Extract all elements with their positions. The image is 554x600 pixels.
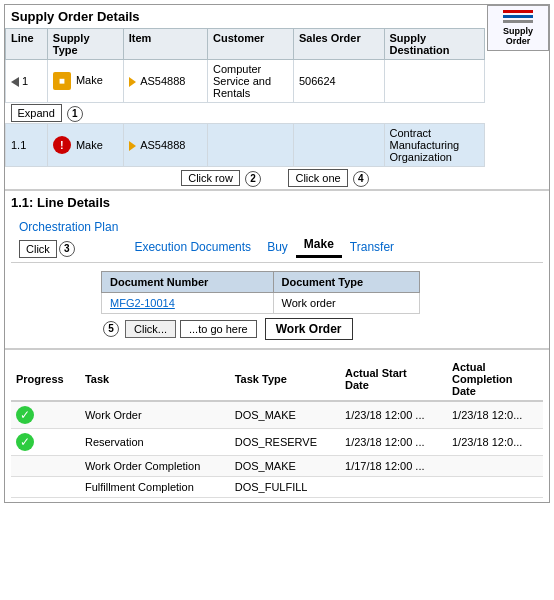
cell-doc-type: Work order bbox=[273, 293, 420, 314]
cell-start-1: 1/23/18 12:00 ... bbox=[340, 401, 447, 429]
col-task-label: Task bbox=[85, 373, 109, 385]
table-row-highlight[interactable]: 1.1 ! Make AS54888 ContractManufacturing… bbox=[6, 124, 485, 167]
progress-table: Progress Task Task Type Actual StartDate… bbox=[11, 358, 543, 498]
orch-tab-wrapper: Orchestration Plan Click 3 bbox=[11, 216, 126, 258]
tab-buy[interactable]: Buy bbox=[259, 236, 296, 258]
go-here-label: ...to go here bbox=[189, 323, 248, 335]
col-doc-number-label: Document Number bbox=[110, 276, 208, 288]
cell-supply-destination bbox=[384, 60, 484, 103]
expand-callout-box[interactable]: Expand bbox=[11, 104, 62, 122]
cell-start-2: 1/23/18 12:00 ... bbox=[340, 429, 447, 456]
doc-type-value: Work order bbox=[282, 297, 336, 309]
cell-start-4 bbox=[340, 477, 447, 498]
work-order-box: Work Order bbox=[265, 318, 353, 340]
cell-task-type-2: DOS_RESERVE bbox=[230, 429, 340, 456]
cell-item-1-1: AS54888 bbox=[123, 124, 207, 167]
cell-completion-2: 1/23/18 12:0... bbox=[447, 429, 543, 456]
cell-sales-order-1-1 bbox=[293, 124, 384, 167]
cell-sales-order: 506624 bbox=[293, 60, 384, 103]
col-item: Item bbox=[123, 29, 207, 60]
cell-doc-number: MFG2-10014 bbox=[102, 293, 274, 314]
go-here-box: ...to go here bbox=[180, 320, 257, 338]
cell-completion-4 bbox=[447, 477, 543, 498]
triangle-left-icon bbox=[11, 77, 19, 87]
supply-order-lines bbox=[503, 10, 533, 23]
click-doc-label: Click... bbox=[134, 323, 167, 335]
click-doc-button[interactable]: Click... bbox=[125, 320, 176, 338]
separator-2 bbox=[5, 348, 549, 350]
orch-click-wrapper: Click 3 bbox=[19, 240, 75, 258]
cell-customer-1-1 bbox=[207, 124, 293, 167]
click-row-label: Click row bbox=[188, 172, 233, 184]
orch-click-callout-box[interactable]: Click bbox=[19, 240, 57, 258]
tabs-divider bbox=[11, 262, 543, 263]
cell-task-3: Work Order Completion bbox=[80, 456, 230, 477]
supply-line-gray bbox=[503, 20, 533, 23]
supply-line-red bbox=[503, 10, 533, 13]
cell-supply-type-1-1: ! Make bbox=[47, 124, 123, 167]
progress-section: Progress Task Task Type Actual StartDate… bbox=[5, 354, 549, 502]
col-supply-type: SupplyType bbox=[47, 29, 123, 60]
expand-callout-row: Expand 1 bbox=[6, 103, 485, 124]
click-row-callout-row: Click row 2 Click one 4 bbox=[6, 167, 485, 190]
supply-line-blue bbox=[503, 15, 533, 18]
cell-customer: ComputerService andRentals bbox=[207, 60, 293, 103]
click-row-callout-box[interactable]: Click row bbox=[181, 170, 240, 186]
click-one-callout-box[interactable]: Click one bbox=[288, 169, 347, 187]
cell-progress-3 bbox=[11, 456, 80, 477]
expand-number-badge: 1 bbox=[67, 106, 83, 122]
flag-icon bbox=[129, 77, 136, 87]
orch-click-label: Click bbox=[26, 243, 50, 255]
doc-number-value: MFG2-10014 bbox=[110, 297, 175, 309]
green-check-icon-1: ✓ bbox=[16, 406, 34, 424]
cell-task-type-4: DOS_FULFILL bbox=[230, 477, 340, 498]
col-progress-label: Progress bbox=[16, 373, 64, 385]
tab-orchestration-plan[interactable]: Orchestration Plan bbox=[11, 216, 126, 238]
cell-progress-1: ✓ bbox=[11, 401, 80, 429]
cell-start-3: 1/17/18 12:00 ... bbox=[340, 456, 447, 477]
table-wrapper: Supply Order Details Line SupplyType Ite… bbox=[5, 5, 485, 189]
progress-row-4: Fulfillment Completion DOS_FULFILL bbox=[11, 477, 543, 498]
work-order-label: Work Order bbox=[276, 322, 342, 336]
tab-transfer-label: Transfer bbox=[350, 240, 394, 254]
col-progress: Progress bbox=[11, 358, 80, 401]
cell-task-4: Fulfillment Completion bbox=[80, 477, 230, 498]
cell-task-type-3: DOS_MAKE bbox=[230, 456, 340, 477]
col-actual-completion: ActualCompletionDate bbox=[447, 358, 543, 401]
green-check-icon-2: ✓ bbox=[16, 433, 34, 451]
cell-task-1: Work Order bbox=[80, 401, 230, 429]
tab-make[interactable]: Make bbox=[296, 233, 342, 258]
click-callout-area: 5 Click... ...to go here Work Order bbox=[101, 318, 543, 340]
cell-completion-3 bbox=[447, 456, 543, 477]
cell-supply-type: ■ Make bbox=[47, 60, 123, 103]
tab-buy-label: Buy bbox=[267, 240, 288, 254]
col-task-type: Task Type bbox=[230, 358, 340, 401]
click-one-label: Click one bbox=[295, 172, 340, 184]
doc-table-row: MFG2-10014 Work order bbox=[102, 293, 420, 314]
orch-click-number-badge: 3 bbox=[59, 241, 75, 257]
tab-transfer[interactable]: Transfer bbox=[342, 236, 402, 258]
table-row[interactable]: 1 ■ Make AS54888 ComputerService andRent… bbox=[6, 60, 485, 103]
doc-number-link[interactable]: MFG2-10014 bbox=[110, 297, 175, 309]
col-sales-order: Sales Order bbox=[293, 29, 384, 60]
line-details-title: 1.1: Line Details bbox=[11, 195, 543, 210]
tab-execution-documents[interactable]: Execution Documents bbox=[126, 236, 259, 258]
col-doc-number: Document Number bbox=[102, 272, 274, 293]
progress-row-3: Work Order Completion DOS_MAKE 1/17/18 1… bbox=[11, 456, 543, 477]
tabs-row: Orchestration Plan Click 3 Execution Doc… bbox=[11, 216, 543, 258]
supply-order-label: SupplyOrder bbox=[503, 26, 533, 46]
supply-type-icon-orange: ■ bbox=[53, 72, 71, 90]
expand-label: Expand bbox=[18, 107, 55, 119]
cell-completion-1: 1/23/18 12:0... bbox=[447, 401, 543, 429]
col-doc-type: Document Type bbox=[273, 272, 420, 293]
click-one-number-badge: 4 bbox=[353, 171, 369, 187]
progress-row-2: ✓ Reservation DOS_RESERVE 1/23/18 12:00 … bbox=[11, 429, 543, 456]
click-row-number-badge: 2 bbox=[245, 171, 261, 187]
cell-line-1-1: 1.1 bbox=[6, 124, 48, 167]
progress-row-1: ✓ Work Order DOS_MAKE 1/23/18 12:00 ... … bbox=[11, 401, 543, 429]
tab-exec-label: Execution Documents bbox=[134, 240, 251, 254]
cell-progress-2: ✓ bbox=[11, 429, 80, 456]
line-details-section: 1.1: Line Details Orchestration Plan Cli… bbox=[5, 191, 549, 348]
cell-progress-4 bbox=[11, 477, 80, 498]
cell-line: 1 bbox=[6, 60, 48, 103]
